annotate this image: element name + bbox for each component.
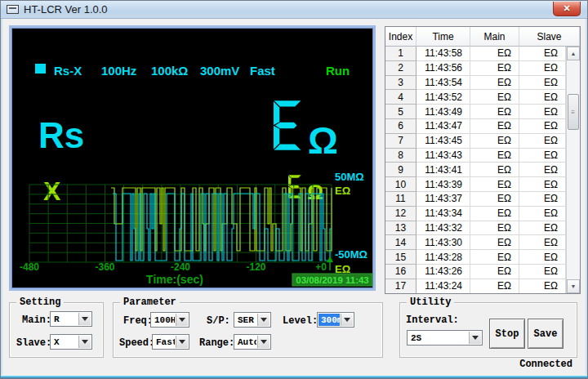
cell-time: 11:43:56 — [416, 61, 470, 76]
freq-combo-button[interactable] — [176, 314, 188, 326]
freq-combo-value: 100Hz — [152, 314, 175, 326]
lcd-run-state: Run — [326, 64, 350, 78]
chevron-down-icon — [344, 318, 350, 325]
table-row[interactable]: 1711:43:24EΩEΩ — [385, 279, 566, 293]
table-row[interactable]: 811:43:43EΩEΩ — [385, 149, 566, 163]
cell-index: 6 — [385, 119, 416, 134]
cell-main: EΩ — [470, 177, 519, 192]
table-row[interactable]: 1511:43:28EΩEΩ — [385, 250, 566, 265]
cell-time: 11:43:37 — [416, 192, 470, 207]
table-row[interactable]: 111:43:58EΩEΩ — [385, 47, 566, 61]
level-label: Level: — [283, 315, 318, 327]
scroll-down-icon[interactable]: ▼ — [567, 279, 580, 293]
window-border-left — [1, 19, 2, 375]
scroll-up-icon[interactable]: ▲ — [567, 47, 580, 60]
interval-combo[interactable]: 2S — [407, 330, 483, 346]
table-row[interactable]: 611:43:47EΩEΩ — [385, 119, 566, 134]
chevron-down-icon — [179, 318, 185, 325]
cell-slave: EΩ — [519, 47, 566, 61]
range-combo[interactable]: Auto — [234, 334, 271, 350]
main-value-seven-segment-E — [274, 94, 301, 157]
cell-index: 9 — [385, 163, 416, 177]
interval-label: Interval: — [406, 314, 459, 326]
cell-main: EΩ — [470, 235, 519, 250]
freq-combo[interactable]: 100Hz — [150, 312, 189, 328]
table-row[interactable]: 1611:43:26EΩEΩ — [385, 265, 566, 279]
range-label: Range: — [199, 337, 234, 349]
chevron-down-icon — [261, 340, 267, 347]
cell-slave: EΩ — [519, 119, 566, 134]
cell-slave: EΩ — [519, 76, 566, 91]
level-combo[interactable]: 300mV — [317, 312, 354, 328]
title-bar[interactable]: HT-LCR Ver 1.0.0 ✕ — [1, 1, 587, 19]
interval-combo-value: 2S — [408, 332, 468, 344]
x-axis-label: Time:(sec) — [146, 273, 203, 286]
table-row[interactable]: 1211:43:34EΩEΩ — [385, 207, 566, 221]
level-combo-value: 300mV — [318, 314, 340, 326]
lcd-display: Rs-X 100Hz 100kΩ 300mV Fast Run Rs Ω X Ω… — [9, 25, 376, 291]
cell-slave: EΩ — [519, 90, 566, 105]
main-combo[interactable]: R — [50, 311, 92, 327]
speed-combo-value: Fast — [154, 336, 175, 348]
col-header-index[interactable]: Index — [385, 27, 416, 47]
cell-index: 1 — [385, 47, 416, 61]
col-header-slave[interactable]: Slave — [519, 27, 580, 47]
cell-slave: EΩ — [519, 177, 566, 192]
slave-combo-button[interactable] — [78, 336, 91, 348]
cell-slave: EΩ — [519, 61, 566, 76]
cell-index: 8 — [385, 149, 416, 163]
cell-index: 13 — [385, 221, 416, 236]
speed-combo[interactable]: Fast — [152, 334, 189, 350]
main-combo-button[interactable] — [78, 313, 91, 325]
close-button[interactable]: ✕ — [553, 2, 581, 16]
cell-slave: EΩ — [519, 134, 566, 149]
table-row[interactable]: 1111:43:37EΩEΩ — [385, 192, 566, 207]
cell-index: 5 — [385, 105, 416, 119]
cell-index: 11 — [385, 192, 416, 207]
lcd-mode: Rs-X — [54, 64, 82, 78]
table-row[interactable]: 411:43:52EΩEΩ — [385, 90, 566, 105]
x-tick-label: -240 — [171, 261, 190, 273]
sp-combo[interactable]: SER — [234, 312, 271, 328]
app-window: HT-LCR Ver 1.0.0 ✕ Rs-X 100Hz 100kΩ 300m… — [0, 0, 588, 379]
table-scrollbar[interactable]: ▲ ≡ ▼ — [566, 47, 580, 293]
scrollbar-thumb[interactable]: ≡ — [568, 94, 579, 130]
y-scale-label: 50MΩ — [335, 171, 364, 183]
cell-time: 11:43:24 — [416, 279, 470, 293]
level-combo-button[interactable] — [341, 314, 353, 326]
chevron-down-icon — [82, 317, 88, 324]
cell-main: EΩ — [470, 265, 519, 279]
table-row[interactable]: 311:43:54EΩEΩ — [385, 76, 566, 91]
slave-label: Slave: — [16, 337, 51, 349]
col-header-time[interactable]: Time — [416, 27, 470, 47]
sp-combo-button[interactable] — [257, 314, 270, 326]
cell-time: 11:43:47 — [416, 119, 470, 134]
cell-slave: EΩ — [519, 163, 566, 177]
interval-combo-button[interactable] — [469, 332, 481, 344]
table-row[interactable]: 211:43:56EΩEΩ — [385, 61, 566, 76]
cell-time: 11:43:30 — [416, 235, 470, 250]
save-button[interactable]: Save — [528, 319, 564, 349]
graph-svg: -480-360-240-120+0Time:(sec)50MΩEΩ-50MΩE… — [11, 167, 373, 291]
table-row[interactable]: 511:43:49EΩEΩ — [385, 105, 566, 119]
y-scale-label: -50MΩ — [335, 248, 368, 261]
cell-main: EΩ — [470, 279, 519, 293]
table-row[interactable]: 1011:43:39EΩEΩ — [385, 177, 566, 192]
main-param-label: Rs — [38, 118, 84, 154]
range-combo-button[interactable] — [257, 336, 270, 348]
table-row[interactable]: 1311:43:32EΩEΩ — [385, 221, 566, 236]
table-row[interactable]: 911:43:41EΩEΩ — [385, 163, 566, 177]
cell-slave: EΩ — [519, 250, 566, 265]
stop-button[interactable]: Stop — [489, 319, 525, 349]
cell-time: 11:43:28 — [416, 250, 470, 265]
range-combo-value: Auto — [235, 336, 256, 348]
cell-index: 2 — [385, 61, 416, 76]
cell-time: 11:43:58 — [416, 47, 470, 61]
slave-combo[interactable]: X — [50, 334, 92, 350]
col-header-main[interactable]: Main — [470, 27, 519, 47]
chevron-down-icon — [82, 340, 88, 347]
cell-time: 11:43:43 — [416, 149, 470, 163]
table-row[interactable]: 1411:43:30EΩEΩ — [385, 235, 566, 250]
speed-combo-button[interactable] — [176, 336, 188, 348]
table-row[interactable]: 711:43:45EΩEΩ — [385, 134, 566, 149]
